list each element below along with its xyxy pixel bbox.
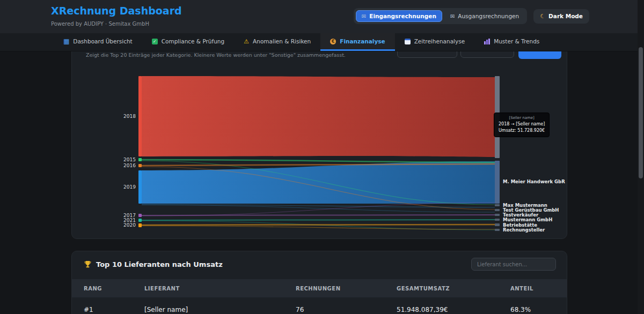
label-2018: 2018 bbox=[123, 114, 136, 119]
tooltip-value: Umsatz: 51.728.920€ bbox=[499, 128, 545, 134]
tooltip-flow: 2018 → [Seller name] bbox=[499, 121, 545, 128]
sankey-target-nodes bbox=[495, 76, 500, 231]
table-title: Top 10 Lieferanten nach Umsatz bbox=[84, 260, 223, 268]
envelope-icon: ✉ bbox=[450, 13, 455, 19]
node-betriebstaette[interactable] bbox=[495, 223, 500, 226]
node-max-mustermann[interactable] bbox=[495, 204, 500, 206]
invoice-direction-toggle: ✉ Eingangsrechnungen ✉ Ausgangsrechnunge… bbox=[354, 8, 527, 24]
col-lieferant: LIEFERANT bbox=[144, 286, 296, 291]
sankey-target-labels: M. Meier Handwerk GbR Max Mustermann Tes… bbox=[503, 179, 565, 233]
incoming-invoices-label: Eingangsrechnungen bbox=[369, 13, 436, 19]
label-2016: 2016 bbox=[123, 163, 136, 168]
label-meier-handwerk: M. Meier Handwerk GbR bbox=[503, 179, 565, 184]
table-title-text: Top 10 Lieferanten nach Umsatz bbox=[96, 260, 223, 268]
node-test-geruestbau[interactable] bbox=[495, 209, 500, 211]
dashboard-grid-icon: ▦ bbox=[63, 38, 69, 44]
tab-label: Zeitreihenanalyse bbox=[414, 38, 465, 44]
warning-icon: ⚠ bbox=[244, 39, 249, 44]
cell-rang: #1 bbox=[84, 306, 144, 313]
label-2020: 2020 bbox=[123, 222, 136, 228]
chart-tooltip: [Seller name] 2018 → [Seller name] Umsat… bbox=[494, 113, 550, 137]
app-subtitle: Powered by AUDIPY · Semitax GmbH bbox=[51, 21, 149, 27]
calendar-icon bbox=[405, 39, 411, 44]
node-meier-handwerk[interactable] bbox=[495, 161, 500, 204]
sankey-source-labels: 2018 2015 2016 2019 2017 2021 2020 bbox=[123, 114, 136, 228]
label-rechnungsteller: Rechnungsteller bbox=[503, 227, 545, 233]
label-mustermann-gmbh: Mustermann GmbH bbox=[503, 217, 552, 222]
label-2015: 2015 bbox=[123, 157, 136, 162]
incoming-invoices-button[interactable]: ✉ Eingangsrechnungen bbox=[356, 10, 442, 22]
tab-anomalien-risiken[interactable]: ⚠ Anomalien & Risiken bbox=[234, 33, 320, 51]
moon-icon: ☾ bbox=[540, 13, 545, 20]
cell-rechnungen: 76 bbox=[296, 306, 397, 313]
tab-label: Finanzanalyse bbox=[340, 38, 385, 44]
tab-dashboard-uebersicht[interactable]: ▦ Dashboard Übersicht bbox=[54, 33, 142, 51]
flow-2018-seller[interactable] bbox=[142, 76, 495, 157]
main-nav: ▦ Dashboard Übersicht ✓ Compliance & Prü… bbox=[0, 33, 644, 51]
cell-anteil: 68.3% bbox=[510, 306, 567, 313]
dark-mode-label: Dark Mode bbox=[548, 13, 583, 19]
chart-filter-select-1[interactable] bbox=[397, 51, 457, 58]
chart-hint: Zeigt die Top 20 Einträge jeder Kategori… bbox=[86, 52, 346, 58]
tooltip-title: [Seller name] bbox=[499, 116, 545, 120]
chart-filter-select-2[interactable] bbox=[460, 51, 514, 58]
check-icon: ✓ bbox=[152, 39, 158, 44]
page-scrollbar[interactable] bbox=[638, 0, 644, 314]
top-suppliers-card: Top 10 Lieferanten nach Umsatz RANG LIEF… bbox=[71, 251, 567, 314]
supplier-search-input[interactable] bbox=[471, 258, 556, 271]
sankey-source-nodes bbox=[138, 76, 142, 227]
node-testverkaeufer[interactable] bbox=[495, 214, 500, 216]
col-rechnungen: RECHNUNGEN bbox=[296, 286, 397, 291]
tab-compliance-pruefung[interactable]: ✓ Compliance & Prüfung bbox=[142, 33, 234, 51]
sankey-diagram: 2018 2015 2016 2019 2017 2021 2020 M. Me… bbox=[72, 74, 566, 235]
node-2019[interactable] bbox=[138, 170, 142, 204]
app-header: XRechnung Dashboard Powered by AUDIPY · … bbox=[0, 0, 644, 33]
main-content: Zeigt die Top 20 Einträge jeder Kategori… bbox=[0, 51, 644, 314]
trophy-icon bbox=[84, 260, 92, 268]
chart-apply-button[interactable] bbox=[518, 51, 561, 59]
flow-2019-meier[interactable] bbox=[142, 161, 495, 204]
tab-label: Anomalien & Risiken bbox=[253, 38, 311, 44]
node-2015[interactable] bbox=[138, 158, 142, 161]
money-icon: € bbox=[330, 39, 336, 44]
outgoing-invoices-label: Ausgangsrechnungen bbox=[458, 13, 519, 19]
col-gesamtumsatz: GESAMTUMSATZ bbox=[397, 286, 510, 291]
header-actions: ✉ Eingangsrechnungen ✉ Ausgangsrechnunge… bbox=[354, 8, 589, 24]
app-window: XRechnung Dashboard Powered by AUDIPY · … bbox=[0, 0, 644, 314]
envelope-icon: ✉ bbox=[362, 13, 366, 19]
tab-finanzanalyse[interactable]: € Finanzanalyse bbox=[320, 33, 394, 51]
node-2018[interactable] bbox=[138, 76, 142, 156]
app-title: XRechnung Dashboard bbox=[51, 5, 182, 17]
cell-gesamtumsatz: 51.948.087,39€ bbox=[397, 306, 510, 313]
col-rang: RANG bbox=[84, 286, 144, 291]
node-2021[interactable] bbox=[138, 219, 142, 222]
node-2016[interactable] bbox=[138, 164, 142, 167]
tab-label: Muster & Trends bbox=[494, 38, 539, 44]
tab-zeitreihenanalyse[interactable]: Zeitreihenanalyse bbox=[395, 33, 475, 51]
label-2019: 2019 bbox=[123, 184, 136, 190]
table-card-header: Top 10 Lieferanten nach Umsatz bbox=[72, 251, 567, 279]
dark-mode-button[interactable]: ☾ Dark Mode bbox=[533, 9, 589, 24]
bar-chart-icon bbox=[484, 39, 490, 44]
outgoing-invoices-button[interactable]: ✉ Ausgangsrechnungen bbox=[444, 10, 525, 22]
node-2020[interactable] bbox=[138, 223, 142, 227]
tab-muster-trends[interactable]: Muster & Trends bbox=[474, 33, 549, 51]
node-2017[interactable] bbox=[138, 214, 142, 217]
cell-lieferant: [Seller name] bbox=[144, 306, 296, 313]
node-mustermann-gmbh[interactable] bbox=[495, 219, 500, 221]
table-row[interactable]: #1 [Seller name] 76 51.948.087,39€ 68.3% bbox=[72, 297, 567, 314]
tab-label: Dashboard Übersicht bbox=[73, 38, 132, 44]
table-header-row: RANG LIEFERANT RECHNUNGEN GESAMTUMSATZ A… bbox=[72, 279, 567, 297]
scrollbar-thumb[interactable] bbox=[639, 47, 643, 178]
tab-label: Compliance & Prüfung bbox=[162, 38, 224, 44]
col-anteil: ANTEIL bbox=[510, 286, 567, 291]
node-rechnungsteller[interactable] bbox=[495, 229, 500, 231]
